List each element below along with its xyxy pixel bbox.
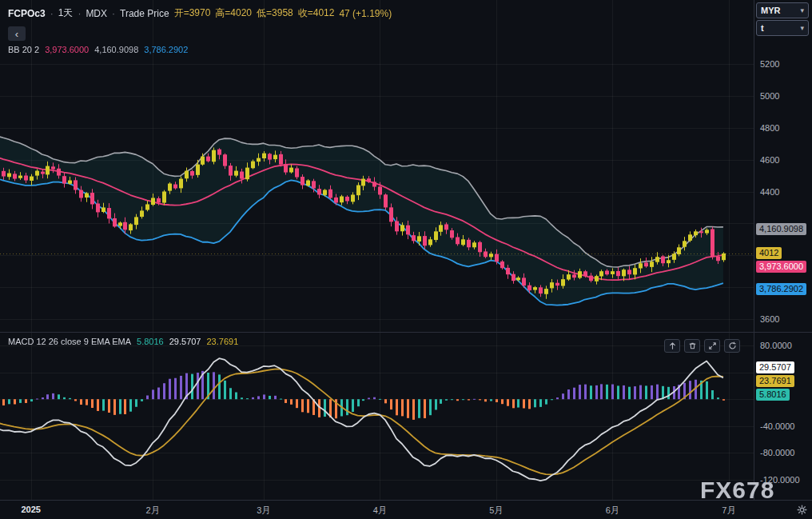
time-axis-tick: 4月 (373, 505, 387, 517)
symbol-info-bar[interactable]: FCPOc3 · 1天 · MDX · Trade Price 开=3970 高… (8, 6, 392, 20)
chart-canvas[interactable] (0, 0, 754, 500)
axis-badge: 3,786.2902 (756, 283, 806, 295)
trading-chart-app: FCPOc3 · 1天 · MDX · Trade Price 开=3970 高… (0, 0, 812, 519)
axis-tick: -40.0000 (760, 421, 794, 431)
arrow-up-icon (667, 341, 678, 351)
change-value: 47 (+1.19%) (339, 8, 392, 19)
bb-lower-value: 3,786.2902 (144, 45, 188, 54)
axis-badge: 4,160.9098 (756, 223, 806, 235)
chevron-down-icon: ▾ (800, 6, 804, 14)
collapse-panel-button[interactable]: ‹ (8, 26, 26, 41)
axis-tick: 4400 (760, 187, 779, 197)
axis-tick: 3600 (760, 314, 779, 324)
macd-indicator-legend[interactable]: MACD 12 26 close 9 EMA EMA 5.8016 29.570… (8, 337, 238, 346)
move-pane-up-button[interactable] (664, 339, 680, 353)
expand-icon (707, 341, 718, 351)
macd-line-value: 29.5707 (169, 337, 201, 346)
axis-tick: 5200 (760, 59, 779, 69)
close-value: 收=4012 (298, 6, 335, 20)
macd-signal-value: 23.7691 (206, 337, 238, 346)
reset-pane-button[interactable] (724, 339, 740, 353)
gear-icon (797, 505, 807, 515)
interval-label[interactable]: 1天 (58, 6, 74, 20)
scale-mode-select[interactable]: t ▾ (756, 20, 809, 36)
separator-dot: · (50, 8, 54, 19)
price-axis[interactable]: 52005000480046004400360080.0000-40.0000-… (754, 0, 812, 500)
time-axis-tick: 6月 (606, 505, 619, 517)
open-value: 开=3970 (174, 6, 211, 20)
axis-badge: 23.7691 (756, 375, 794, 387)
high-value: 高=4020 (215, 6, 252, 20)
currency-label: MYR (761, 6, 780, 15)
time-axis-tick: 2月 (146, 505, 160, 517)
chevron-left-icon: ‹ (15, 28, 18, 40)
refresh-icon (727, 341, 738, 351)
scale-mode-label: t (761, 23, 764, 33)
currency-select[interactable]: MYR ▾ (756, 2, 809, 18)
time-axis-tick: 5月 (489, 505, 503, 517)
axis-tick: 80.0000 (760, 341, 792, 350)
axis-badge: 4012 (756, 247, 782, 259)
chevron-down-icon: ▾ (800, 24, 804, 32)
low-value: 低=3958 (257, 6, 293, 20)
axis-tick: 5000 (760, 91, 779, 101)
bb-middle-value: 3,973.6000 (45, 45, 89, 54)
trash-icon (687, 341, 698, 351)
time-axis-tick: 7月 (722, 505, 735, 517)
symbol-name[interactable]: FCPOc3 (8, 8, 46, 19)
bb-indicator-legend[interactable]: BB 20 2 3,973.6000 4,160.9098 3,786.2902 (8, 45, 188, 54)
axis-settings-button[interactable] (794, 503, 809, 516)
maximize-pane-button[interactable] (704, 339, 720, 353)
pane-divider[interactable] (0, 332, 812, 333)
macd-hist-value: 5.8016 (137, 337, 164, 346)
delete-indicator-button[interactable] (684, 339, 700, 353)
macd-title: MACD 12 26 close 9 EMA EMA (8, 337, 131, 346)
separator-dot: · (78, 8, 81, 19)
time-axis-tick: 2025 (21, 505, 40, 514)
time-axis[interactable]: 20252月3月4月5月6月7月 (0, 500, 812, 519)
time-axis-tick: 3月 (257, 505, 270, 517)
axis-tick: 4800 (760, 123, 779, 133)
series-type-label: Trade Price (120, 8, 169, 19)
macd-pane-toolbar (664, 339, 740, 353)
axis-tick: -80.0000 (760, 448, 794, 457)
axis-tick: 4600 (760, 155, 779, 165)
exchange-label: MDX (86, 8, 107, 19)
axis-badge: 3,973.6000 (756, 261, 806, 273)
axis-badge: 5.8016 (756, 389, 790, 401)
bb-title: BB 20 2 (8, 45, 39, 54)
bb-upper-value: 4,160.9098 (94, 45, 138, 54)
separator-dot: · (112, 8, 115, 19)
axis-badge: 29.5707 (756, 361, 794, 373)
